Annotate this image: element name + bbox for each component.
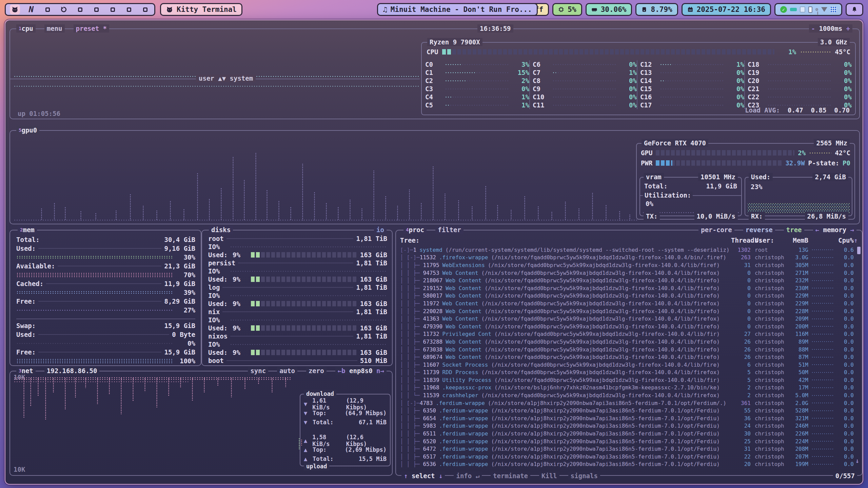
workspace-2-obsidian-icon[interactable]: N [26, 4, 36, 15]
select-control[interactable]: ↑ select ↓ [401, 472, 445, 480]
process-row[interactable]: │ │ ├─ 220028Web Content(/nix/store/fqad… [400, 307, 858, 315]
column-tree[interactable]: Tree: [400, 237, 731, 244]
disk-widget[interactable]: 8.79% [635, 3, 678, 16]
process-row[interactable]: │ │ ├─ 6472.ferdium-wrappe(/nix/store/a1… [400, 445, 858, 453]
process-row[interactable]: │ │ ├─ 94753Web Content(/nix/store/fqadd… [400, 269, 858, 277]
gpu-graph-spike [232, 157, 234, 220]
process-row[interactable]: │ │ ├─ 6654.ferdium-wrappe(/nix/store/a1… [400, 414, 858, 422]
process-row[interactable]: │ [-]─4783.ferdium-wrappe(/nix/store/a1p… [400, 399, 858, 407]
core-row: C71% [533, 68, 637, 77]
phone-icon[interactable] [808, 6, 812, 13]
net-stat-row: ▲ 1,58 KiB/s (12,6 Kibps) [304, 436, 387, 445]
scrollbar-thumb[interactable] [857, 247, 861, 254]
info-button[interactable]: info ↵ [454, 472, 482, 480]
funnel-icon[interactable] [821, 7, 827, 12]
workspace-7[interactable] [107, 4, 118, 15]
workspace-4-restart-icon[interactable] [59, 4, 69, 15]
active-window-title[interactable]: Kitty Terminal [160, 3, 242, 16]
net-graph-spike [64, 378, 66, 410]
process-row[interactable]: │ │ ├─ 6520.ferdium-wrappe(/nix/store/a1… [400, 438, 858, 445]
workspace-5[interactable] [75, 4, 85, 15]
per-core-button[interactable]: per-core [698, 226, 734, 234]
reverse-button[interactable]: reverse [743, 226, 775, 234]
process-row[interactable]: │ │ ├─ 11972Web Content(/nix/store/fqadd… [400, 300, 858, 307]
process-row[interactable]: │ │ ├─ 673288Web Content(/nix/store/fqad… [400, 338, 858, 346]
interface-switcher[interactable]: ←b enp8s0 n→ [335, 367, 387, 375]
process-row[interactable]: │ │ ├─ 479390Web Content(/nix/store/fqad… [400, 323, 858, 330]
process-row[interactable]: │ [-]─11532.firefox-wrappe(/nix/store/fq… [400, 254, 858, 262]
workspace-9[interactable] [140, 4, 150, 15]
update-interval-control[interactable]: - 1000ms + [809, 24, 852, 33]
signals-button[interactable]: signals [568, 472, 600, 480]
net-graph-spike [285, 378, 287, 387]
process-row[interactable]: │ │ ├─ 6517.ferdium-wrappe(/nix/store/a1… [400, 453, 858, 461]
process-row[interactable]: │ │ ├─ 11607Socket Process(/nix/store/fq… [400, 361, 858, 369]
core-row: C150% [640, 85, 744, 93]
terminate-button[interactable]: terminate [491, 472, 530, 480]
glasses-icon[interactable] [790, 8, 797, 11]
check-icon[interactable]: ✓ [780, 6, 787, 13]
filter-button[interactable]: filter [435, 226, 463, 234]
io-mode-button[interactable]: io [374, 226, 387, 234]
scroll-down-icon[interactable]: ↓ [855, 457, 859, 464]
process-row[interactable]: │ │ ├─ 6511.ferdium-wrappe(/nix/store/a1… [400, 430, 858, 438]
gpu-graph-spike [266, 190, 268, 220]
gpu-graph-spike [458, 200, 459, 220]
prev-interface-button: ←b [338, 367, 346, 374]
process-row[interactable]: │ │ ├─ 580017Web Content(/nix/store/fqad… [400, 292, 858, 300]
column-memb[interactable]: MemB [788, 237, 808, 244]
process-row[interactable]: │ │ ├─ 218067Web Content(/nix/store/fqad… [400, 277, 858, 284]
cat-icon [11, 6, 19, 13]
grid-icon[interactable] [830, 6, 836, 13]
key-icon[interactable] [815, 8, 818, 11]
auto-button[interactable]: auto [277, 367, 297, 375]
process-row[interactable]: │ │ ├─ 11739RDD Process(/nix/store/fqadd… [400, 369, 858, 377]
process-row[interactable]: │ │ ├─ 689674Web Content(/nix/store/fqad… [400, 353, 858, 361]
process-row[interactable]: │ │ ├─ 6350.ferdium-wrappe(/nix/store/a1… [400, 407, 858, 414]
zero-button[interactable]: zero [306, 367, 327, 375]
process-row[interactable]: │ │ ├─ 11795WebExtensions(/nix/store/fqa… [400, 261, 858, 269]
clipboard-icon[interactable] [800, 6, 805, 13]
process-row[interactable]: │ │ ├─ 673038Web Content(/nix/store/fqad… [400, 346, 858, 353]
gpu-graph-spike [54, 203, 55, 220]
preset-button[interactable]: preset * [74, 24, 110, 33]
column-threads[interactable]: Threads: [731, 237, 751, 244]
process-row[interactable]: [-]─1systemd(/run/current-system/systemd… [400, 246, 858, 254]
gpu-graph-spike [197, 173, 198, 220]
media-player-widget[interactable]: ♫ Minuit Machine - Don't Run Fro... [377, 3, 538, 16]
column-cpu[interactable]: Cpu% [836, 237, 854, 244]
process-row[interactable]: │ │ ├─ 6536.ferdium-wrappe(/nix/store/a1… [400, 461, 858, 468]
memory-widget[interactable]: 30.06% [586, 3, 632, 16]
tree-button[interactable]: tree [784, 226, 804, 234]
process-row[interactable]: │ │ ├─ 5983.ferdium-wrappe(/nix/store/a1… [400, 422, 858, 430]
gpu-graph-spike [420, 203, 422, 220]
gpu-graph-spike [629, 214, 631, 220]
process-row[interactable]: │ │ ├─ 11968.keepassxc-prox(/nix/store/b… [400, 384, 858, 392]
process-row[interactable]: │ │ ├─ 219152Web Content(/nix/store/fqad… [400, 284, 858, 292]
sort-direction-icon: ↑ [854, 237, 858, 244]
cpu-widget[interactable]: 5% [552, 3, 582, 16]
net-graph-spike [97, 378, 98, 404]
memory-row: 27% [16, 306, 195, 314]
process-row[interactable]: │ │ ├─ 11732Privileged Cont(/nix/store/f… [400, 330, 858, 338]
notifications-widget[interactable] [846, 3, 863, 16]
clock-widget[interactable]: 2025-07-22 16:36 [682, 3, 771, 16]
workspace-1-cat-icon[interactable] [10, 4, 20, 15]
kill-button[interactable]: Kill [539, 472, 559, 480]
core-row: C30% [425, 85, 529, 93]
disk-used-meter [251, 325, 357, 331]
workspace-6[interactable] [91, 4, 101, 15]
sort-column-switcher[interactable]: ← memory → [813, 226, 856, 234]
upload-label: upload [304, 462, 329, 470]
sync-button[interactable]: sync [248, 367, 268, 375]
menu-button[interactable]: menu [44, 24, 65, 33]
process-row[interactable]: │ │ ├─ 41363Web Content(/nix/store/fqadd… [400, 315, 858, 323]
column-user[interactable]: User: [751, 237, 788, 244]
clock-value: 2025-07-22 16:36 [697, 5, 765, 14]
cpu-core-box: Ryzen 9 7900X 3.0 GHz CPU 1% 45°C C03%C1… [421, 42, 856, 115]
workspace-3[interactable] [42, 4, 53, 15]
workspace-8[interactable] [124, 4, 134, 15]
process-row[interactable]: │ │ ├─ 11839Utility Process(/nix/store/f… [400, 376, 858, 384]
memory-row: Swap: 15,9 GiB [16, 321, 195, 330]
process-row[interactable]: │ │ └─ 11539crashhelper(/nix/store/fqadd… [400, 391, 858, 399]
